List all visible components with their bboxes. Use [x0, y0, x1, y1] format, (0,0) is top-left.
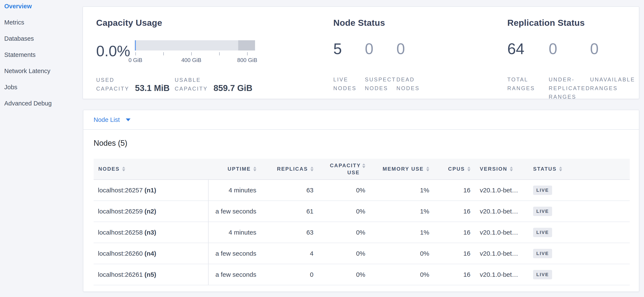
stat-live-nodes: 5LIVE NODES	[333, 41, 365, 92]
table-row[interactable]: localhost:26261 (n5)a few seconds00%0%16…	[94, 264, 630, 285]
cell-node: localhost:26260 (n4)	[94, 243, 208, 264]
column-header-memory-use[interactable]: MEMORY USE	[370, 159, 434, 180]
capacity-percent: 0.0%	[96, 44, 133, 63]
sidebar-item-overview[interactable]: Overview	[0, 0, 83, 14]
cell-replicas: 0	[261, 264, 318, 285]
capacity-bar-used	[135, 40, 136, 50]
cell-replicas: 63	[261, 180, 318, 201]
sort-arrows-icon	[559, 167, 562, 171]
capacity-usage-panel: Capacity Usage 0.0% 0 GiB400 GiB800 GiB …	[96, 18, 333, 99]
sidebar-item-metrics[interactable]: Metrics	[0, 14, 83, 30]
cell-status: LIVE	[528, 180, 630, 201]
capacity-bar-chart: 0 GiB400 GiB800 GiB	[134, 40, 255, 63]
capacity-usage-title: Capacity Usage	[96, 18, 333, 28]
node-address: localhost:26261	[98, 271, 144, 278]
node-list-selector[interactable]: Node List	[94, 116, 130, 123]
sort-arrows-icon	[468, 167, 470, 171]
cell-uptime: a few seconds	[208, 243, 261, 264]
node-id: (n2)	[144, 208, 156, 215]
cell-node: localhost:26257 (n1)	[94, 180, 208, 201]
axis-tick-label: 400 GiB	[181, 57, 201, 63]
column-header-label: CAPACITY USE	[330, 162, 360, 176]
column-header-capacity-use[interactable]: CAPACITY USE	[318, 159, 370, 180]
sort-arrows-icon	[310, 167, 314, 171]
node-list-selector-label: Node List	[94, 116, 120, 123]
stat-value: 5	[333, 41, 365, 56]
axis-tick-label: 800 GiB	[237, 57, 257, 63]
cell-cpus: 16	[434, 180, 475, 201]
nodes-table-body: localhost:26257 (n1)4 minutes630%1%16v20…	[94, 180, 630, 285]
cell-node: localhost:26261 (n5)	[94, 264, 208, 285]
stat-total-ranges: 64TOTAL RANGES	[507, 41, 549, 101]
table-row[interactable]: localhost:26260 (n4)a few seconds40%0%16…	[94, 243, 630, 264]
axis-tick-label: 0 GiB	[128, 57, 142, 63]
column-header-label: CPUS	[448, 166, 465, 172]
axis-tick	[191, 52, 192, 55]
replication-stats: 64TOTAL RANGES0UNDER-REPLICATED RANGES0U…	[507, 41, 639, 101]
column-header-cpus[interactable]: CPUS	[434, 159, 475, 180]
cell-uptime: 4 minutes	[208, 180, 261, 201]
node-status-title: Node Status	[333, 18, 507, 28]
column-header-label: REPLICAS	[277, 166, 308, 172]
sidebar: OverviewMetricsDatabasesStatementsNetwor…	[0, 0, 83, 295]
column-header-status[interactable]: STATUS	[528, 159, 630, 180]
cell-version: v20.1.0-bet…	[475, 201, 528, 222]
table-row[interactable]: localhost:26259 (n2)a few seconds610%1%1…	[94, 201, 630, 222]
stat-value: 0	[549, 41, 590, 56]
stat-value: 859.7 GiB	[214, 83, 252, 93]
stat-unavailable-ranges: 0UNAVAILABLE RANGES	[590, 41, 632, 101]
replication-status-panel: Replication Status 64TOTAL RANGES0UNDER-…	[507, 18, 639, 99]
cell-cpus: 16	[434, 222, 475, 243]
cell-version: v20.1.0-bet…	[475, 222, 528, 243]
cell-capacity-use: 0%	[318, 264, 370, 285]
cell-node: localhost:26259 (n2)	[94, 201, 208, 222]
capacity-stat-usable-capacity: USABLE CAPACITY859.7 GiB	[175, 76, 252, 93]
stat-label: USABLE CAPACITY	[175, 76, 212, 93]
node-status-stats: 5LIVE NODES0SUSPECT NODES0DEAD NODES	[333, 41, 507, 92]
cell-status: LIVE	[528, 243, 630, 264]
cell-replicas: 61	[261, 201, 318, 222]
sidebar-item-advanced-debug[interactable]: Advanced Debug	[0, 95, 83, 111]
sidebar-item-network-latency[interactable]: Network Latency	[0, 63, 83, 79]
node-address: localhost:26259	[98, 208, 144, 215]
cell-memory-use: 1%	[370, 201, 434, 222]
cell-capacity-use: 0%	[318, 243, 370, 264]
column-header-version[interactable]: VERSION	[475, 159, 528, 180]
cell-uptime: a few seconds	[208, 264, 261, 285]
column-header-label: STATUS	[533, 166, 556, 172]
cell-capacity-use: 0%	[318, 180, 370, 201]
column-header-nodes[interactable]: NODES	[94, 159, 208, 180]
node-address: localhost:26258	[98, 229, 144, 236]
node-status-panel: Node Status 5LIVE NODES0SUSPECT NODES0DE…	[333, 18, 507, 99]
cell-version: v20.1.0-bet…	[475, 180, 528, 201]
cell-cpus: 16	[434, 201, 475, 222]
cell-memory-use: 1%	[370, 180, 434, 201]
column-header-uptime[interactable]: UPTIME	[208, 159, 261, 180]
node-id: (n4)	[144, 250, 156, 257]
column-header-replicas[interactable]: REPLICAS	[261, 159, 318, 180]
cell-status: LIVE	[528, 264, 630, 285]
table-row[interactable]: localhost:26257 (n1)4 minutes630%1%16v20…	[94, 180, 630, 201]
cell-cpus: 16	[434, 243, 475, 264]
axis-tick	[136, 52, 136, 55]
sidebar-item-databases[interactable]: Databases	[0, 30, 83, 47]
cell-capacity-use: 0%	[318, 201, 370, 222]
axis-tick	[163, 52, 164, 55]
sidebar-item-jobs[interactable]: Jobs	[0, 79, 83, 95]
cell-version: v20.1.0-bet…	[475, 243, 528, 264]
stat-label: UNAVAILABLE RANGES	[590, 75, 632, 92]
cell-replicas: 4	[261, 243, 318, 264]
table-row[interactable]: localhost:26258 (n3)4 minutes630%1%16v20…	[94, 222, 630, 243]
cell-uptime: a few seconds	[208, 201, 261, 222]
nodes-table-header-row: NODESUPTIMEREPLICASCAPACITY USEMEMORY US…	[94, 159, 630, 180]
status-badge: LIVE	[533, 186, 552, 195]
capacity-stats: USED CAPACITY53.1 MiBUSABLE CAPACITY859.…	[96, 76, 333, 93]
stat-under-replicated-ranges: 0UNDER-REPLICATED RANGES	[549, 41, 590, 101]
stat-label: SUSPECT NODES	[365, 75, 396, 92]
cell-status: LIVE	[528, 222, 630, 243]
node-list-body: Nodes (5) NODESUPTIMEREPLICASCAPACITY US…	[84, 139, 639, 285]
capacity-bar-track	[134, 40, 255, 50]
nodes-table: NODESUPTIMEREPLICASCAPACITY USEMEMORY US…	[94, 159, 630, 285]
node-id: (n3)	[144, 229, 156, 236]
sidebar-item-statements[interactable]: Statements	[0, 47, 83, 63]
